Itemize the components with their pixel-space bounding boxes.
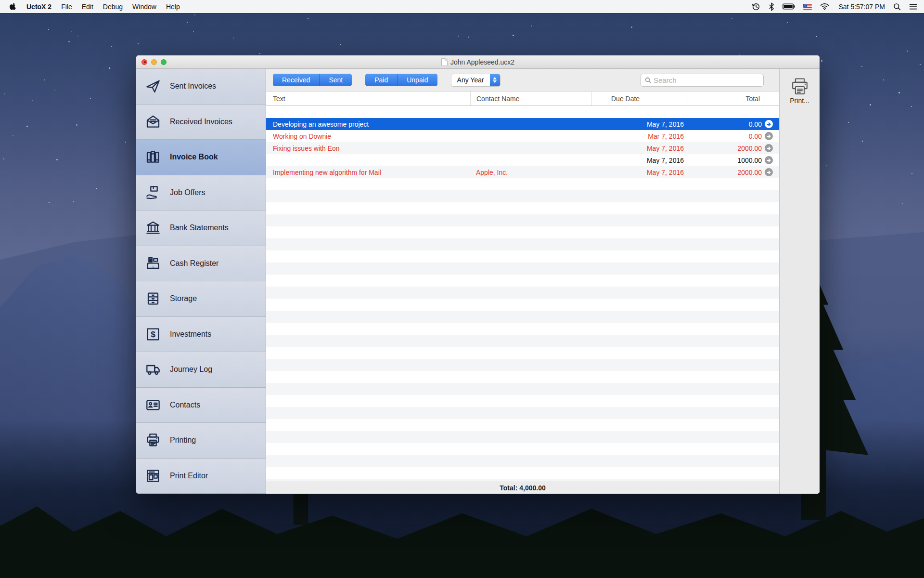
open-envelope-icon <box>144 114 162 130</box>
hand-box-icon <box>144 185 162 200</box>
sidebar-item-bank-statements[interactable]: Bank Statements <box>136 210 266 246</box>
invoice-due-date: Mar 7, 2016 <box>591 132 688 140</box>
main-content: Received Sent Paid Unpaid Any Year <box>266 69 779 494</box>
empty-list-row <box>266 395 779 407</box>
document-icon <box>441 58 448 66</box>
print-button-label: Print... <box>790 97 809 105</box>
bank-icon <box>144 220 162 236</box>
printer-icon <box>144 433 162 448</box>
invoice-row[interactable]: May 7, 20161000.00 <box>266 154 779 166</box>
sidebar-item-label: Job Offers <box>170 188 205 197</box>
year-filter-dropdown[interactable]: Any Year <box>451 74 500 87</box>
notification-center-icon[interactable] <box>909 3 917 10</box>
row-detail-arrow-icon[interactable] <box>765 120 773 128</box>
menu-app-name[interactable]: UctoX 2 <box>26 3 51 11</box>
empty-list-row <box>266 190 779 202</box>
unpaid-filter-button[interactable]: Unpaid <box>397 74 437 86</box>
sidebar-item-printing[interactable]: Printing <box>136 423 266 459</box>
invoice-total: 2000.00 <box>688 169 765 176</box>
menu-status-area: Sat 5:57:07 PM <box>752 2 917 11</box>
menu-item-window[interactable]: Window <box>132 3 156 11</box>
close-button[interactable] <box>141 59 147 65</box>
empty-list-row <box>266 359 779 371</box>
time-machine-icon[interactable] <box>752 2 760 11</box>
window-titlebar[interactable]: John Appleseed.ucx2 <box>136 55 820 69</box>
received-filter-button[interactable]: Received <box>273 74 319 86</box>
sidebar-item-investments[interactable]: $Investments <box>136 317 266 353</box>
sidebar-item-job-offers[interactable]: Job Offers <box>136 175 266 211</box>
sidebar-item-invoice-book[interactable]: Invoice Book <box>136 140 266 175</box>
window-title: John Appleseed.ucx2 <box>450 58 514 66</box>
paid-filter-button[interactable]: Paid <box>365 74 397 86</box>
drawers-icon <box>144 291 162 306</box>
menu-clock[interactable]: Sat 5:57:07 PM <box>838 3 885 11</box>
invoice-due-date: May 7, 2016 <box>591 144 688 152</box>
sidebar-item-cash-register[interactable]: Cash Register <box>136 246 266 282</box>
row-detail-arrow-icon[interactable] <box>765 144 773 152</box>
sidebar-item-sent-invoices[interactable]: Sent Invoices <box>136 69 266 105</box>
search-field[interactable] <box>641 74 764 87</box>
total-label: Total: 4,000.00 <box>500 484 545 492</box>
sidebar-item-label: Sent Invoices <box>170 82 216 91</box>
empty-list-row <box>266 214 779 226</box>
search-icon <box>645 77 651 83</box>
wifi-icon[interactable] <box>820 3 829 10</box>
empty-list-row <box>266 275 779 287</box>
apple-menu-icon[interactable] <box>10 2 17 11</box>
column-header-due-date[interactable]: Due Date <box>591 92 688 105</box>
sent-filter-button[interactable]: Sent <box>319 74 352 86</box>
sidebar-item-contacts[interactable]: Contacts <box>136 388 266 423</box>
invoice-row[interactable]: Developing an awesome projectMay 7, 2016… <box>266 118 779 130</box>
row-detail-arrow-icon[interactable] <box>765 156 773 164</box>
invoice-row[interactable]: Implementing new algorithm for MailApple… <box>266 166 779 178</box>
empty-list-row <box>266 263 779 275</box>
sidebar-item-storage[interactable]: Storage <box>136 281 266 317</box>
row-detail-arrow-icon[interactable] <box>765 168 773 176</box>
menu-item-debug[interactable]: Debug <box>103 3 123 11</box>
search-input[interactable] <box>654 76 759 84</box>
print-button[interactable]: Print... <box>790 78 809 105</box>
row-detail-arrow-icon[interactable] <box>765 132 773 140</box>
empty-list-row <box>266 238 779 250</box>
empty-list-row <box>266 202 779 214</box>
contact-card-icon <box>144 397 162 413</box>
menu-item-file[interactable]: File <box>61 3 72 11</box>
year-stepper-icon <box>490 74 500 86</box>
empty-list-row <box>266 371 779 383</box>
window-title-area: John Appleseed.ucx2 <box>441 58 514 66</box>
column-header-contact-name[interactable]: Contact Name <box>470 92 591 105</box>
menu-bar: UctoX 2 FileEditDebugWindowHelp Sat 5:57… <box>0 0 924 13</box>
empty-list-row <box>266 335 779 347</box>
battery-icon[interactable] <box>783 3 795 10</box>
sidebar-item-print-editor[interactable]: Print Editor <box>136 459 266 494</box>
empty-list-row <box>266 455 779 467</box>
year-filter-value: Any Year <box>451 74 490 86</box>
invoice-row[interactable]: Working on DownieMar 7, 20160.00 <box>266 130 779 142</box>
spotlight-icon[interactable] <box>893 3 901 11</box>
paid-unpaid-segmented-control: Paid Unpaid <box>365 74 437 86</box>
invoice-due-date: May 7, 2016 <box>591 120 688 128</box>
empty-list-row <box>266 467 779 479</box>
table-header: Text Contact Name Due Date Total <box>266 92 779 106</box>
invoice-contact-name: Apple, Inc. <box>470 169 591 176</box>
invoice-total: 0.00 <box>688 120 765 128</box>
menu-item-help[interactable]: Help <box>166 3 180 11</box>
invoice-row[interactable]: Fixing issues with EonMay 7, 20162000.00 <box>266 142 779 154</box>
empty-list-row <box>266 287 779 299</box>
dollar-square-icon: $ <box>144 327 162 342</box>
us-flag-icon[interactable] <box>803 4 812 10</box>
truck-icon <box>144 362 162 377</box>
invoice-text: Implementing new algorithm for Mail <box>266 169 470 176</box>
column-header-text[interactable]: Text <box>266 92 470 105</box>
sidebar-item-journey-log[interactable]: Journey Log <box>136 352 266 388</box>
minimize-button[interactable] <box>151 59 157 65</box>
empty-list-row <box>266 106 779 118</box>
empty-list-row <box>266 431 779 443</box>
bluetooth-icon[interactable] <box>769 2 774 11</box>
zoom-button[interactable] <box>161 59 167 65</box>
sidebar-item-received-invoices[interactable]: Received Invoices <box>136 105 266 140</box>
menu-item-edit[interactable]: Edit <box>82 3 93 11</box>
right-panel: Print... <box>779 69 820 494</box>
column-header-total[interactable]: Total <box>688 92 765 105</box>
invoice-total: 2000.00 <box>688 144 765 152</box>
